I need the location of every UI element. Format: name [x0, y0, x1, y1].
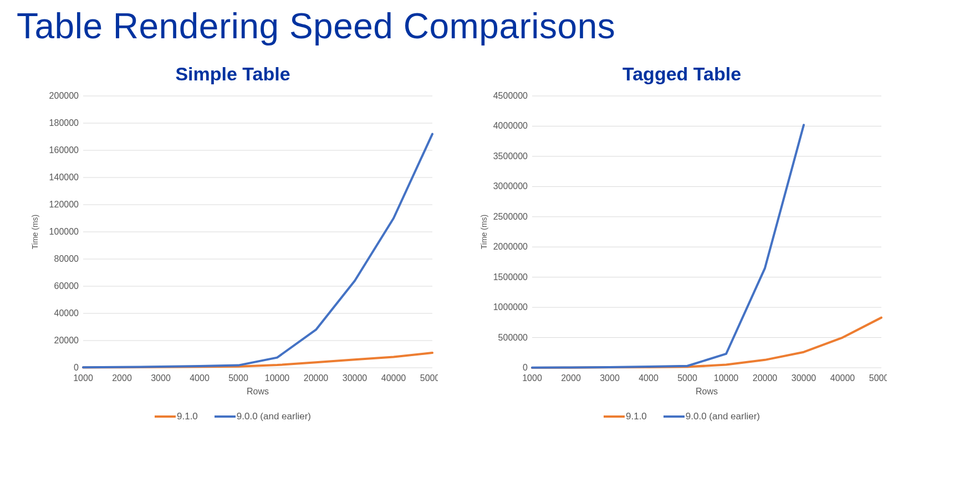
svg-text:Rows: Rows	[696, 387, 718, 396]
svg-text:2500000: 2500000	[493, 212, 528, 221]
svg-text:4000: 4000	[639, 373, 659, 383]
svg-text:20000: 20000	[54, 336, 79, 345]
svg-text:20000: 20000	[304, 373, 329, 383]
svg-text:2000000: 2000000	[493, 242, 528, 251]
svg-text:120000: 120000	[49, 200, 79, 209]
chart-tagged-table: Tagged Table 050000010000001500000200000…	[477, 63, 887, 422]
svg-text:0: 0	[523, 363, 528, 372]
charts-row: Simple Table 020000400006000080000100000…	[17, 63, 963, 422]
svg-text:4500000: 4500000	[493, 91, 528, 100]
svg-text:200000: 200000	[49, 91, 79, 100]
svg-text:30000: 30000	[792, 373, 816, 383]
svg-text:30000: 30000	[343, 373, 368, 383]
svg-text:3500000: 3500000	[493, 151, 528, 161]
svg-text:2000: 2000	[561, 373, 581, 383]
svg-text:3000000: 3000000	[493, 181, 528, 191]
svg-text:50000: 50000	[869, 373, 887, 383]
svg-text:Time (ms): Time (ms)	[30, 215, 39, 249]
svg-text:50000: 50000	[420, 373, 438, 383]
chart-simple-table: Simple Table 020000400006000080000100000…	[28, 63, 438, 422]
chart-plot-area: 0200004000060000800001000001200001400001…	[28, 90, 438, 401]
svg-text:500000: 500000	[498, 333, 528, 342]
svg-text:60000: 60000	[54, 281, 79, 291]
svg-text:1000: 1000	[522, 373, 542, 383]
svg-text:80000: 80000	[54, 254, 79, 263]
svg-text:10000: 10000	[265, 373, 290, 383]
legend-item-2: 9.0.0 (and earlier)	[663, 411, 760, 422]
svg-text:1500000: 1500000	[493, 272, 528, 282]
legend-item-1: 9.1.0	[604, 411, 647, 422]
legend-swatch-1	[604, 415, 625, 418]
legend-label-1: 9.1.0	[626, 411, 647, 422]
chart-legend: 9.1.0 9.0.0 (and earlier)	[28, 411, 438, 422]
legend-swatch-2	[215, 415, 236, 418]
svg-text:1000: 1000	[73, 373, 93, 383]
legend-label-1: 9.1.0	[177, 411, 198, 422]
svg-text:100000: 100000	[49, 227, 79, 236]
legend-label-2: 9.0.0 (and earlier)	[686, 411, 760, 422]
svg-text:Rows: Rows	[247, 387, 269, 396]
chart-legend: 9.1.0 9.0.0 (and earlier)	[477, 411, 887, 422]
svg-text:20000: 20000	[753, 373, 778, 383]
svg-text:3000: 3000	[600, 373, 620, 383]
svg-text:3000: 3000	[151, 373, 171, 383]
svg-text:0: 0	[74, 363, 79, 372]
chart-plot-area: 0500000100000015000002000000250000030000…	[477, 90, 887, 401]
legend-swatch-2	[663, 415, 685, 418]
legend-label-2: 9.0.0 (and earlier)	[237, 411, 311, 422]
legend-item-1: 9.1.0	[155, 411, 198, 422]
svg-text:160000: 160000	[49, 145, 79, 155]
legend-item-2: 9.0.0 (and earlier)	[215, 411, 311, 422]
svg-text:2000: 2000	[112, 373, 132, 383]
svg-text:180000: 180000	[49, 118, 79, 128]
svg-text:Time (ms): Time (ms)	[479, 215, 488, 249]
svg-text:40000: 40000	[54, 308, 79, 318]
svg-text:4000000: 4000000	[493, 121, 528, 130]
svg-text:40000: 40000	[830, 373, 855, 383]
svg-text:10000: 10000	[714, 373, 739, 383]
svg-text:4000: 4000	[190, 373, 210, 383]
svg-text:40000: 40000	[381, 373, 406, 383]
chart-title: Simple Table	[28, 63, 438, 85]
svg-text:5000: 5000	[677, 373, 697, 383]
svg-text:1000000: 1000000	[493, 302, 528, 312]
svg-text:140000: 140000	[49, 173, 79, 182]
chart-title: Tagged Table	[477, 63, 887, 85]
page-title: Table Rendering Speed Comparisons	[17, 6, 963, 47]
svg-text:5000: 5000	[228, 373, 248, 383]
legend-swatch-1	[155, 415, 176, 418]
